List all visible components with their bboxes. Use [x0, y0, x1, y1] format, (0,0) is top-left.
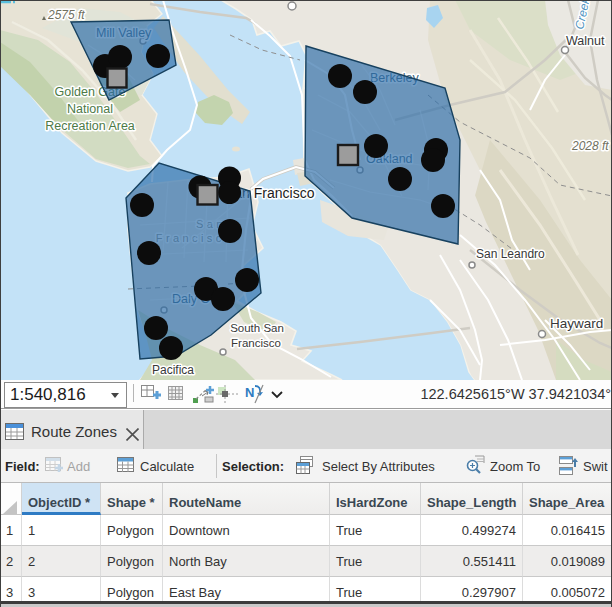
svg-text:South San: South San	[230, 322, 284, 334]
svg-text:National: National	[67, 102, 113, 116]
svg-text:Pacifica: Pacifica	[152, 363, 194, 377]
svg-text:Recreation Area: Recreation Area	[45, 119, 135, 133]
svg-text:Walnut: Walnut	[566, 34, 605, 48]
svg-text:Hayward: Hayward	[550, 316, 603, 331]
svg-text:San Leandro: San Leandro	[476, 247, 545, 261]
svg-text:N: N	[245, 385, 254, 400]
svg-text:Francisco: Francisco	[231, 337, 281, 349]
svg-text:2028 ft: 2028 ft	[571, 139, 609, 153]
svg-text:2575 ft: 2575 ft	[47, 8, 85, 22]
